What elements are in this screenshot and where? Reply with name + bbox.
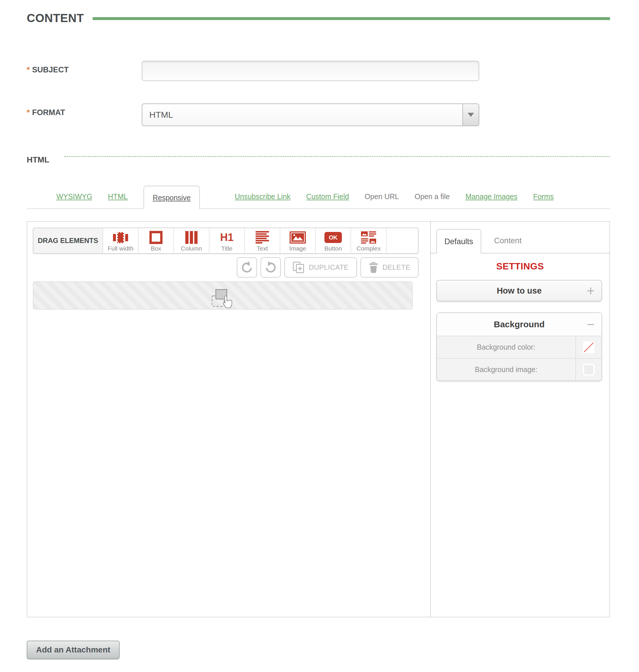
accordion-background-header[interactable]: Background − [437, 313, 602, 336]
editor-canvas: DRAG ELEMENTS Full width [27, 222, 430, 617]
background-color-swatch[interactable] [583, 341, 595, 353]
background-color-row: Background color: [437, 336, 602, 358]
settings-title: SETTINGS [431, 261, 609, 272]
how-to-use-label: How to use [497, 286, 542, 295]
toolbar-spacer [387, 228, 418, 253]
subject-label: *SUBJECT [27, 61, 142, 74]
drag-elements-label: DRAG ELEMENTS [33, 228, 103, 253]
drop-target-zone[interactable] [33, 281, 413, 309]
element-complex[interactable]: Complex [351, 228, 387, 253]
settings-sidebar: Defaults Content SETTINGS How to use + B… [430, 222, 609, 617]
element-label: Button [324, 245, 342, 252]
delete-button[interactable]: DELETE [360, 257, 419, 278]
undo-button[interactable] [237, 257, 257, 278]
no-color-icon [583, 341, 595, 353]
text-lines-icon [255, 230, 269, 244]
box-icon [149, 230, 163, 244]
element-text[interactable]: Text [245, 228, 280, 253]
duplicate-label: DUPLICATE [309, 263, 348, 272]
element-image[interactable]: Image [280, 228, 316, 253]
responsive-editor: DRAG ELEMENTS Full width [27, 221, 610, 617]
tab-open-a-file[interactable]: Open a file [415, 193, 450, 209]
redo-button[interactable] [261, 257, 281, 278]
element-label: Image [289, 245, 306, 252]
tab-html[interactable]: HTML [108, 193, 128, 209]
header-rule [93, 17, 610, 20]
format-row: *FORMAT HTML [27, 104, 610, 126]
element-column[interactable]: Column [174, 228, 209, 253]
tab-manage-images[interactable]: Manage Images [465, 193, 517, 209]
plus-icon[interactable]: + [587, 284, 595, 297]
column-icon [185, 230, 198, 244]
content-page: CONTENT *SUBJECT *FORMAT HTML HTML WYSIW… [0, 0, 639, 659]
tab-defaults[interactable]: Defaults [436, 229, 481, 254]
trash-icon [369, 262, 378, 273]
accordion-how-to-use[interactable]: How to use + [436, 280, 602, 301]
background-label: Background [494, 319, 545, 329]
subject-input[interactable] [142, 61, 479, 81]
chevron-down-icon [468, 113, 474, 117]
format-label: *FORMAT [27, 104, 142, 117]
undo-icon [240, 261, 253, 274]
minus-icon[interactable]: − [587, 318, 595, 331]
element-label: Full width [108, 245, 134, 252]
element-label: Title [221, 245, 233, 252]
tab-open-url[interactable]: Open URL [364, 193, 399, 209]
redo-icon [264, 261, 277, 274]
element-label: Text [257, 245, 268, 252]
duplicate-icon [293, 261, 305, 274]
tab-content[interactable]: Content [494, 236, 521, 253]
editor-tabbar: WYSIWYG HTML Responsive Unsubscribe Link… [27, 185, 610, 209]
element-label: Column [181, 245, 202, 252]
format-select-arrow-button[interactable] [463, 104, 479, 125]
title-h1-icon: H1 [220, 230, 234, 244]
element-button[interactable]: OK Button [316, 228, 351, 253]
required-asterisk: * [27, 65, 30, 74]
tab-unsubscribe-link[interactable]: Unsubscribe Link [235, 193, 291, 209]
image-icon [290, 230, 306, 244]
tab-wysiwyg[interactable]: WYSIWYG [56, 193, 92, 209]
add-attachment-button[interactable]: Add an Attachment [27, 641, 120, 659]
html-section: HTML [27, 155, 610, 164]
html-section-label: HTML [27, 155, 49, 164]
format-select[interactable]: HTML [142, 104, 479, 126]
delete-label: DELETE [383, 263, 410, 272]
format-select-value: HTML [142, 110, 173, 120]
dotted-rule [64, 156, 610, 157]
element-box[interactable]: Box [139, 228, 174, 253]
tab-forms[interactable]: Forms [533, 193, 554, 209]
full-width-icon [112, 230, 129, 244]
accordion-background: Background − Background color: [436, 312, 602, 381]
background-image-swatch[interactable] [583, 364, 595, 376]
page-title: CONTENT [27, 12, 84, 25]
background-color-label: Background color: [437, 336, 575, 358]
tab-custom-field[interactable]: Custom Field [306, 193, 349, 209]
drag-elements-toolbar: DRAG ELEMENTS Full width [33, 228, 419, 254]
required-asterisk: * [27, 108, 30, 117]
subject-row: *SUBJECT [27, 61, 610, 81]
canvas-actions: DUPLICATE DELETE [33, 257, 419, 278]
element-label: Complex [357, 245, 381, 252]
background-image-label: Background image: [437, 359, 575, 380]
sidebar-tabs: Defaults Content [431, 228, 609, 254]
tab-responsive[interactable]: Responsive [143, 186, 200, 209]
complex-icon [361, 230, 376, 244]
element-title[interactable]: H1 Title [209, 228, 245, 253]
drag-drop-icon [211, 288, 234, 310]
element-full-width[interactable]: Full width [103, 228, 139, 253]
duplicate-button[interactable]: DUPLICATE [284, 257, 357, 278]
button-ok-icon: OK [324, 230, 342, 244]
page-header: CONTENT [27, 12, 610, 25]
element-label: Box [151, 245, 161, 252]
background-image-row: Background image: [437, 358, 602, 380]
